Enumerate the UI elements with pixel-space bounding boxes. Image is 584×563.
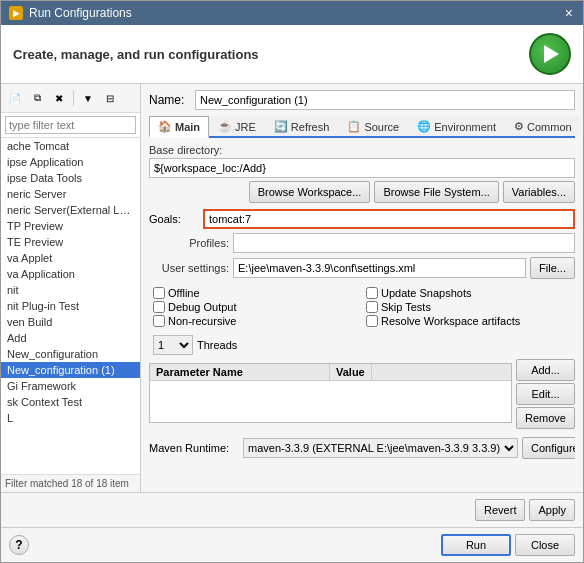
footer-area: ? Run Close	[1, 527, 583, 562]
revert-button[interactable]: Revert	[475, 499, 525, 521]
list-item[interactable]: neric Server(External Launc	[1, 202, 140, 218]
list-item-selected[interactable]: New_configuration (1)	[1, 362, 140, 378]
refresh-tab-icon: 🔄	[274, 120, 288, 133]
sidebar-item-application[interactable]: va Application	[1, 266, 140, 282]
goals-input[interactable]	[203, 209, 575, 229]
collapse-config-button[interactable]: ⊟	[100, 88, 120, 108]
apply-button[interactable]: Apply	[529, 499, 575, 521]
list-item[interactable]: ipse Data Tools	[1, 170, 140, 186]
list-item[interactable]: nit	[1, 282, 140, 298]
profiles-input[interactable]	[233, 233, 575, 253]
name-input[interactable]	[195, 90, 575, 110]
dialog-title: Run Configurations	[29, 6, 132, 20]
skip-tests-checkbox[interactable]	[366, 301, 378, 313]
run-button[interactable]: Run	[441, 534, 511, 556]
runtime-select[interactable]: maven-3.3.9 (EXTERNAL E:\jee\maven-3.3.9…	[243, 438, 518, 458]
resolve-workspace-checkbox[interactable]	[366, 315, 378, 327]
env-tab-label: Environment	[434, 121, 496, 133]
goals-label: Goals:	[149, 213, 199, 225]
skip-tests-label: Skip Tests	[381, 301, 431, 313]
params-table: Parameter Name Value	[149, 363, 512, 423]
help-button[interactable]: ?	[9, 535, 29, 555]
variables-button[interactable]: Variables...	[503, 181, 575, 203]
update-snapshots-checkbox[interactable]	[366, 287, 378, 299]
dialog-icon: ▶	[9, 6, 23, 20]
list-item[interactable]: New_configuration	[1, 346, 140, 362]
list-item[interactable]: L	[1, 410, 140, 426]
update-snapshots-label: Update Snapshots	[381, 287, 472, 299]
filter-config-button[interactable]: ▼	[78, 88, 98, 108]
name-row: Name:	[149, 90, 575, 110]
params-section-wrapper: Parameter Name Value Add... Edit... Remo…	[149, 359, 575, 429]
configure-runtime-button[interactable]: Configure...	[522, 437, 575, 459]
jre-tab-icon: ☕	[218, 120, 232, 133]
offline-checkbox[interactable]	[153, 287, 165, 299]
file-button[interactable]: File...	[530, 257, 575, 279]
list-item[interactable]: ache Tomcat	[1, 138, 140, 154]
list-item[interactable]: sk Context Test	[1, 394, 140, 410]
delete-config-button[interactable]: ✖	[49, 88, 69, 108]
list-item[interactable]: neric Server	[1, 186, 140, 202]
goals-row: Goals:	[149, 209, 575, 229]
toolbar-separator-1	[73, 90, 74, 106]
dialog-close-button[interactable]: Close	[515, 534, 575, 556]
tab-main[interactable]: 🏠 Main	[149, 116, 209, 138]
user-settings-input[interactable]	[233, 258, 526, 278]
duplicate-config-button[interactable]: ⧉	[27, 88, 47, 108]
base-directory-row: Base directory: Browse Workspace... Brow…	[149, 144, 575, 203]
new-config-button[interactable]: 📄	[5, 88, 25, 108]
filter-box	[1, 113, 140, 138]
debug-output-checkbox[interactable]	[153, 301, 165, 313]
name-label: Name:	[149, 93, 189, 107]
resolve-workspace-checkbox-item: Resolve Workspace artifacts	[366, 315, 575, 327]
tab-jre[interactable]: ☕ JRE	[209, 116, 265, 136]
title-bar: ▶ Run Configurations ×	[1, 1, 583, 25]
bottom-buttons-bar: Revert Apply	[1, 492, 583, 527]
param-name-header: Parameter Name	[150, 364, 330, 380]
list-item[interactable]: TE Preview	[1, 234, 140, 250]
non-recursive-label: Non-recursive	[168, 315, 236, 327]
form-section: Base directory: Browse Workspace... Brow…	[149, 144, 575, 486]
common-tab-label: Common	[527, 121, 572, 133]
browse-buttons: Browse Workspace... Browse File System..…	[149, 181, 575, 203]
params-buttons: Add... Edit... Remove	[512, 359, 575, 429]
runtime-row: Maven Runtime: maven-3.3.9 (EXTERNAL E:\…	[149, 437, 575, 459]
list-item[interactable]: ipse Application	[1, 154, 140, 170]
params-body	[150, 381, 511, 422]
remove-param-button[interactable]: Remove	[516, 407, 575, 429]
add-param-button[interactable]: Add...	[516, 359, 575, 381]
header-area: Create, manage, and run configurations	[1, 25, 583, 84]
filter-input[interactable]	[5, 116, 136, 134]
update-snapshots-checkbox-item: Update Snapshots	[366, 287, 575, 299]
threads-label: Threads	[197, 339, 237, 351]
non-recursive-checkbox[interactable]	[153, 315, 165, 327]
runtime-label: Maven Runtime:	[149, 442, 239, 454]
source-tab-icon: 📋	[347, 120, 361, 133]
list-item[interactable]: ven Build	[1, 314, 140, 330]
base-directory-input[interactable]	[149, 158, 575, 178]
body-area: 📄 ⧉ ✖ ▼ ⊟ ache Tomcat ipse Application i…	[1, 84, 583, 492]
list-item[interactable]: nit Plug-in Test	[1, 298, 140, 314]
tab-source[interactable]: 📋 Source	[338, 116, 408, 136]
browse-filesystem-button[interactable]: Browse File System...	[374, 181, 498, 203]
threads-select[interactable]: 1 2 4	[153, 335, 193, 355]
footer-right-buttons: Run Close	[441, 534, 575, 556]
list-item[interactable]: Gi Framework	[1, 378, 140, 394]
list-item[interactable]: TP Preview	[1, 218, 140, 234]
jre-tab-label: JRE	[235, 121, 256, 133]
sidebar-list: ache Tomcat ipse Application ipse Data T…	[1, 138, 140, 474]
offline-label: Offline	[168, 287, 200, 299]
list-item[interactable]: Add	[1, 330, 140, 346]
threads-row: 1 2 4 Threads	[149, 335, 575, 355]
list-item[interactable]: va Applet	[1, 250, 140, 266]
run-configurations-dialog: ▶ Run Configurations × Create, manage, a…	[0, 0, 584, 563]
close-button[interactable]: ×	[563, 6, 575, 20]
source-tab-label: Source	[364, 121, 399, 133]
edit-param-button[interactable]: Edit...	[516, 383, 575, 405]
tab-refresh[interactable]: 🔄 Refresh	[265, 116, 339, 136]
browse-workspace-button[interactable]: Browse Workspace...	[249, 181, 371, 203]
tab-common[interactable]: ⚙ Common	[505, 116, 581, 136]
profiles-label: Profiles:	[149, 237, 229, 249]
tab-environment[interactable]: 🌐 Environment	[408, 116, 505, 136]
run-large-button[interactable]	[529, 33, 571, 75]
